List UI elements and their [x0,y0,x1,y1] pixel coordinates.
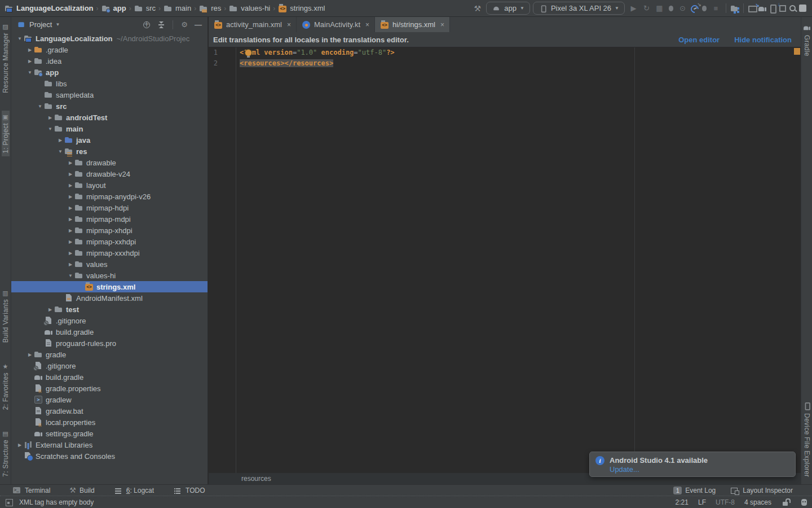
tree-item-.gitignore[interactable]: .gitignore [11,315,208,326]
tree-item-proguard-rules.pro[interactable]: proguard-rules.pro [11,338,208,349]
gradle-sync-icon[interactable] [758,4,767,13]
breadcrumb-strings.xml[interactable]: strings.xml [278,4,325,13]
expand-arrow-icon[interactable]: ▶ [67,239,74,244]
tree-item-.gradle[interactable]: ▶.gradle [11,44,208,55]
tree-item-gradlew[interactable]: gradlew [11,394,208,405]
tab-MainActivity.kt[interactable]: MainActivity.kt× [297,17,375,32]
expand-arrow-icon[interactable]: ▶ [67,228,74,233]
breadcrumb-values-hi[interactable]: values-hi [229,4,270,13]
stripe-resource-manager[interactable]: ▨Resource Manager [2,20,10,96]
tree-item-main[interactable]: ▼main [11,123,208,134]
expand-arrow-icon[interactable]: ▶ [26,47,34,52]
tree-item-mipmap-xhdpi[interactable]: ▶mipmap-xhdpi [11,225,208,236]
toolwindow-layout-inspector[interactable]: Layout Inspector [730,486,793,495]
gradle-daemon-icon[interactable] [800,498,809,507]
project-panel-title[interactable]: Project [29,20,52,29]
tree-item-layout[interactable]: ▶layout [11,179,208,191]
expand-arrow-icon[interactable]: ▶ [46,307,54,312]
rerun-icon[interactable]: ↻ [641,3,652,14]
expand-arrow-icon[interactable]: ▶ [67,217,74,222]
tree-item-libs[interactable]: libs [11,78,208,89]
locate-icon[interactable] [142,20,151,29]
tree-item-sampledata[interactable]: sampledata [11,89,208,100]
indent-setting[interactable]: 4 spaces [744,498,771,506]
expand-arrow-icon[interactable]: ▶ [67,262,74,267]
debug-icon[interactable] [667,4,676,13]
expand-arrow-icon[interactable]: ▶ [26,59,34,64]
breadcrumb-res[interactable]: res [199,4,221,13]
tree-item-local.properties[interactable]: local.properties [11,417,208,428]
expand-arrow-icon[interactable]: ▶ [67,172,74,177]
hide-panel-icon[interactable]: — [195,20,202,29]
expand-arrow-icon[interactable]: ▶ [67,183,74,188]
tree-item-build.gradle[interactable]: build.gradle [11,326,208,338]
tree-item-res[interactable]: ▼res [11,146,208,157]
search-everywhere-icon[interactable] [788,4,797,13]
breadcrumb-app[interactable]: app [102,4,126,13]
tree-item-AndroidManifest.xml[interactable]: AndroidManifest.xml [11,292,208,304]
tree-item-gradlew.bat[interactable]: gradlew.bat [11,405,208,417]
toolwindow-todo[interactable]: TODO [173,486,205,495]
close-icon[interactable]: × [440,21,444,29]
toolwindow-event-log[interactable]: 1Event Log [673,487,716,494]
hide-notification-link[interactable]: Hide notification [734,36,792,44]
breadcrumb-LanguageLocalization[interactable]: LanguageLocalization [5,4,94,13]
caret-position[interactable]: 2:21 [676,498,689,506]
apply-changes-icon[interactable]: ▦ [654,3,665,14]
file-encoding[interactable]: UTF-8 [716,498,735,506]
tree-item-androidTest[interactable]: ▶androidTest [11,112,208,123]
expand-arrow-icon[interactable]: ▼ [16,36,24,41]
tree-item-External Libraries[interactable]: ▶External Libraries [11,439,208,450]
tree-item-strings.xml[interactable]: strings.xml [11,281,208,292]
stop-icon[interactable]: ■ [710,3,722,14]
stripe-structure[interactable]: ▤7: Structure [2,427,10,480]
code-editor[interactable]: 12 <?xml version="1.0" encoding="utf-8"?… [209,47,801,473]
stripe-gradle[interactable]: Gradle [802,20,811,59]
tree-item-gradle[interactable]: ▶gradle [11,349,208,360]
expand-arrow-icon[interactable]: ▼ [36,104,44,109]
breadcrumb-resources[interactable]: resources [241,475,271,483]
tree-item-.gitignore[interactable]: .gitignore [11,360,208,371]
tree-item-drawable-v24[interactable]: ▶drawable-v24 [11,168,208,179]
tree-item-values-hi[interactable]: ▼values-hi [11,270,208,281]
collapse-all-icon[interactable] [157,20,166,29]
toolwindow-logcat[interactable]: 6: Logcat [114,486,154,495]
line-separator[interactable]: LF [698,498,706,506]
expand-arrow-icon[interactable]: ▶ [16,443,24,448]
expand-arrow-icon[interactable]: ▼ [56,149,64,154]
tree-item-mipmap-anydpi-v26[interactable]: ▶mipmap-anydpi-v26 [11,191,208,202]
build-hammer-icon[interactable]: ⚒ [471,3,483,14]
sdk-manager-icon[interactable] [778,4,787,13]
stripe-favorites[interactable]: ★2: Favorites [2,360,10,413]
expand-arrow-icon[interactable]: ▶ [67,160,74,165]
tree-item-Scratches and Consoles[interactable]: Scratches and Consoles [11,450,208,462]
expand-arrow-icon[interactable]: ▶ [46,115,54,120]
tree-item-test[interactable]: ▶test [11,304,208,315]
tree-item-mipmap-xxhdpi[interactable]: ▶mipmap-xxhdpi [11,236,208,247]
tree-item-LanguageLocalization[interactable]: ▼LanguageLocalization~/AndroidStudioProj… [11,33,208,44]
breadcrumb-src[interactable]: src [134,4,156,13]
expand-arrow-icon[interactable]: ▼ [46,126,54,132]
tree-item-gradle.properties[interactable]: gradle.properties [11,383,208,394]
intention-bulb-icon[interactable] [244,49,253,58]
breadcrumb-main[interactable]: main [164,4,191,13]
tree-item-src[interactable]: ▼src [11,100,208,112]
tree-item-values[interactable]: ▶values [11,259,208,270]
tree-item-mipmap-xxxhdpi[interactable]: ▶mipmap-xxxhdpi [11,247,208,259]
device-manager-icon[interactable] [768,4,777,13]
stripe-project[interactable]: ▣1: Project [2,111,10,156]
apply-code-changes-icon[interactable]: ⊙ [677,3,689,14]
expand-arrow-icon[interactable]: ▼ [67,273,74,278]
tree-item-java[interactable]: ▶java [11,134,208,146]
tree-item-mipmap-mdpi[interactable]: ▶mipmap-mdpi [11,213,208,225]
stripe-device-file-explorer[interactable]: Device File Explorer [802,398,811,480]
run-icon[interactable]: ▶ [628,3,639,14]
tree-item-mipmap-hdpi[interactable]: ▶mipmap-hdpi [11,202,208,213]
toolwindow-switcher-icon[interactable] [5,498,14,507]
update-link[interactable]: Update... [610,465,708,474]
close-icon[interactable]: × [287,21,291,29]
attach-debugger-icon[interactable] [700,4,709,13]
open-editor-link[interactable]: Open editor [678,36,720,44]
settings-square-icon[interactable] [798,4,807,13]
run-configuration-select[interactable]: app ▼ [486,2,530,15]
